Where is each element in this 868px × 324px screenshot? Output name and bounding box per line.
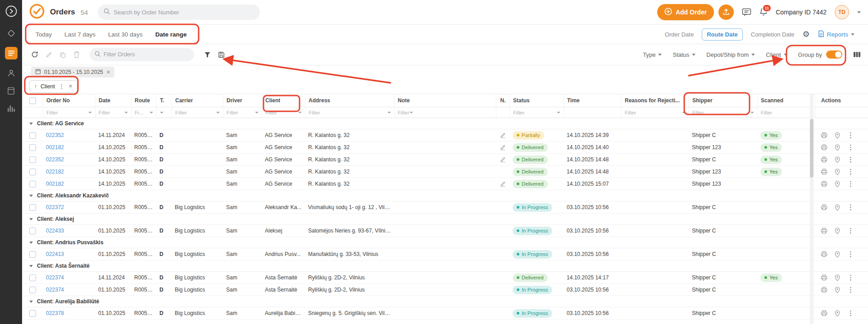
row-checkbox[interactable]	[29, 204, 36, 211]
print-action[interactable]	[821, 204, 827, 210]
expand-sidebar-icon[interactable]	[5, 5, 17, 17]
print-action[interactable]	[821, 156, 827, 163]
collapse-triangle-icon[interactable]	[29, 218, 33, 220]
order-number-link[interactable]: 022182	[46, 169, 64, 175]
column-header-actions[interactable]: Actions	[815, 94, 868, 107]
group-row[interactable]: Client: Aleksej	[22, 214, 868, 225]
row-checkbox[interactable]	[29, 156, 36, 163]
row-menu-icon[interactable]: ⋮	[847, 131, 854, 139]
print-action[interactable]	[821, 181, 827, 187]
row-checkbox[interactable]	[29, 228, 36, 234]
client-dropdown[interactable]: Client	[766, 51, 787, 58]
map-action[interactable]	[835, 132, 840, 139]
row-menu-icon[interactable]: ⋮	[847, 143, 854, 151]
depot-ship-from-dropdown[interactable]: Depot/Ship from	[706, 51, 755, 58]
filter-t[interactable]	[156, 107, 172, 118]
row-menu-icon[interactable]: ⋮	[847, 180, 854, 188]
drag-handle-icon[interactable]: ⋮	[59, 83, 65, 90]
tab-last-7-days[interactable]: Last 7 days	[64, 31, 95, 38]
column-header-n[interactable]: N.	[496, 94, 509, 107]
group-by-toggle[interactable]	[826, 50, 842, 59]
map-action[interactable]	[835, 228, 840, 234]
map-action[interactable]	[835, 169, 840, 175]
filter-reasons[interactable]: Filter	[621, 107, 689, 118]
cell-select[interactable]	[22, 166, 43, 178]
orders-icon-active[interactable]	[5, 47, 18, 59]
column-header-shipper[interactable]: Shipper	[689, 94, 757, 107]
filter-date[interactable]: Filter	[95, 107, 131, 118]
order-number-link[interactable]: 022374	[46, 287, 64, 293]
column-header-t[interactable]: T.	[156, 94, 172, 107]
row-checkbox[interactable]	[29, 251, 36, 258]
filter-carrier[interactable]: Filter	[172, 107, 223, 118]
row-checkbox[interactable]	[29, 144, 36, 151]
cell-select[interactable]	[22, 154, 43, 165]
settings-gear-icon[interactable]: ⚙	[803, 29, 810, 39]
cell-select[interactable]	[22, 272, 43, 283]
group-row[interactable]: Client: Andrius Pusvaškis	[22, 237, 868, 248]
print-action[interactable]	[821, 251, 827, 257]
row-menu-icon[interactable]: ⋮	[847, 155, 854, 164]
tab-date-range[interactable]: Date range	[155, 31, 187, 38]
filter-status[interactable]: Filter	[509, 107, 564, 118]
column-header-note[interactable]: Note	[394, 94, 496, 107]
group-by-client-chip[interactable]: ↑ Client ⋮ ✕	[29, 80, 77, 93]
collapse-triangle-icon[interactable]	[29, 301, 33, 303]
type-dropdown[interactable]: Type	[643, 51, 662, 58]
import-orders-button[interactable]	[718, 5, 734, 20]
mode-completion-date[interactable]: Completion Date	[751, 31, 795, 38]
group-row[interactable]: Client: Asta Šernaitė	[22, 260, 868, 272]
planning-icon[interactable]	[7, 87, 15, 95]
map-action[interactable]	[835, 144, 840, 151]
filter-address[interactable]: Filter	[305, 107, 394, 118]
row-menu-icon[interactable]: ⋮	[847, 227, 854, 235]
delete-icon[interactable]	[73, 51, 80, 58]
filter-scanned[interactable]: Filter	[757, 107, 809, 118]
column-header-scanned[interactable]: Scanned	[757, 94, 809, 107]
filter-driver[interactable]: Filter	[223, 107, 262, 118]
row-menu-icon[interactable]: ⋮	[847, 274, 854, 282]
notifications-bell-icon[interactable]: 11	[759, 7, 768, 18]
collapse-triangle-icon[interactable]	[29, 242, 33, 244]
order-number-link[interactable]: 022352	[46, 156, 64, 163]
mode-order-date[interactable]: Order Date	[665, 31, 694, 38]
cell-select[interactable]	[22, 129, 43, 141]
print-action[interactable]	[821, 169, 827, 175]
column-header-time[interactable]: Time	[564, 94, 621, 107]
print-action[interactable]	[821, 144, 827, 151]
row-menu-icon[interactable]: ⋮	[847, 203, 854, 211]
scrollbar-thumb[interactable]	[810, 119, 813, 178]
map-action[interactable]	[835, 274, 840, 281]
print-action[interactable]	[821, 287, 827, 293]
filter-orderNo[interactable]: Filter	[43, 107, 95, 118]
order-number-link[interactable]: 022413	[46, 251, 64, 257]
reports-menu[interactable]: Reports	[818, 30, 854, 39]
column-settings-icon[interactable]	[853, 51, 861, 58]
account-menu-chevron-icon[interactable]	[857, 11, 861, 14]
mode-route-date[interactable]: Route Date	[702, 28, 743, 41]
order-number-link[interactable]: 022378	[46, 310, 64, 316]
filter-orders-input[interactable]	[104, 51, 189, 58]
search-input[interactable]	[114, 9, 254, 16]
map-action[interactable]	[835, 251, 840, 258]
select-all-checkbox[interactable]	[29, 97, 36, 104]
column-header-carrier[interactable]: Carrier	[172, 94, 223, 107]
print-action[interactable]	[821, 228, 827, 234]
row-menu-icon[interactable]: ⋮	[847, 286, 854, 294]
vertical-scrollbar[interactable]	[810, 94, 813, 324]
remove-group-chip-icon[interactable]: ✕	[68, 83, 73, 89]
order-number-link[interactable]: 002182	[46, 144, 64, 151]
map-action[interactable]	[835, 156, 840, 163]
order-number-link[interactable]: 022374	[46, 274, 64, 281]
print-action[interactable]	[821, 310, 827, 316]
filter-note[interactable]: Filter	[394, 107, 496, 118]
print-action[interactable]	[821, 132, 827, 138]
date-range-chip[interactable]: 01.10.2025 - 15.10.2025 ✕	[31, 67, 114, 78]
order-number-link[interactable]: 022352	[46, 132, 64, 138]
column-header-date[interactable]: Date	[95, 94, 131, 107]
group-row[interactable]: Client: Aurelija Babiliūtė	[22, 296, 868, 307]
row-menu-icon[interactable]: ⋮	[847, 250, 854, 258]
save-view-icon[interactable]	[218, 51, 225, 58]
edit-icon[interactable]	[45, 51, 52, 58]
column-header-route[interactable]: Route	[131, 94, 156, 107]
